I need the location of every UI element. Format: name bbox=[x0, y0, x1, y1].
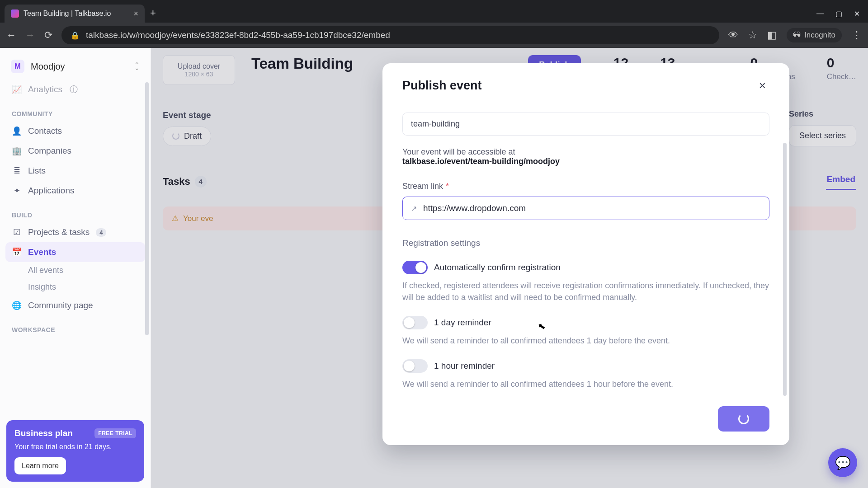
toggle-label: Automatically confirm registration bbox=[434, 263, 561, 272]
modal-scrollbar[interactable] bbox=[783, 143, 787, 396]
chevron-up-down-icon: ⌃⌄ bbox=[134, 63, 140, 70]
toggle-label: 1 day reminder bbox=[434, 318, 491, 328]
user-icon: 👤 bbox=[12, 126, 22, 136]
required-asterisk: * bbox=[446, 182, 449, 191]
globe-icon: 🌐 bbox=[12, 300, 22, 310]
maximize-icon[interactable]: ▢ bbox=[835, 9, 842, 18]
sidebar-item-community-page[interactable]: 🌐 Community page bbox=[5, 296, 145, 315]
forward-icon[interactable]: → bbox=[25, 29, 35, 41]
trial-badge: FREE TRIAL bbox=[94, 428, 136, 438]
projects-badge: 4 bbox=[96, 228, 106, 237]
toggle-label: 1 hour reminder bbox=[434, 361, 495, 371]
close-window-icon[interactable]: ✕ bbox=[854, 9, 860, 18]
loading-spinner-icon bbox=[738, 413, 749, 424]
sidebar-item-label: Projects & tasks bbox=[28, 227, 90, 237]
back-icon[interactable]: ← bbox=[6, 29, 16, 41]
sidebar-item-companies[interactable]: 🏢 Companies bbox=[5, 141, 145, 161]
toggle-description: If checked, registered attendees will re… bbox=[402, 280, 769, 303]
incognito-icon: 🕶 bbox=[793, 31, 801, 40]
trial-card: Business plan FREE TRIAL Your free trial… bbox=[6, 420, 144, 482]
eye-off-icon[interactable]: 👁︎ bbox=[728, 29, 738, 41]
access-pre: Your event will be accessible at bbox=[402, 147, 515, 156]
sidebar-item-events[interactable]: 📅 Events bbox=[5, 242, 145, 262]
window-controls: — ▢ ✕ bbox=[816, 9, 860, 23]
toggle-description: We will send a reminder to all confirmed… bbox=[402, 335, 769, 347]
workspace-switcher[interactable]: M Moodjoy ⌃⌄ bbox=[5, 56, 145, 77]
sidebar-item-contacts[interactable]: 👤 Contacts bbox=[5, 121, 145, 141]
chat-icon: 💬 bbox=[835, 455, 851, 470]
stream-link-input[interactable]: ↗ bbox=[402, 197, 769, 220]
stream-link-label: Stream link * bbox=[402, 182, 769, 191]
list-icon: ≣ bbox=[12, 166, 22, 176]
building-icon: 🏢 bbox=[12, 146, 22, 156]
sidebar-subitem-insights[interactable]: Insights bbox=[5, 279, 145, 296]
access-text: Your event will be accessible at talkbas… bbox=[402, 147, 769, 166]
sparkle-icon: ✦ bbox=[12, 186, 22, 196]
browser-tab[interactable]: Team Building | Talkbase.io × bbox=[5, 5, 145, 23]
sidebar-item-projects[interactable]: ☑ Projects & tasks 4 bbox=[5, 222, 145, 242]
slug-value: team-building bbox=[411, 119, 460, 128]
sidebar-item-label: Community page bbox=[28, 300, 93, 310]
learn-more-button[interactable]: Learn more bbox=[14, 457, 66, 474]
incognito-label: Incognito bbox=[804, 31, 835, 40]
trial-title: Business plan bbox=[14, 428, 73, 438]
browser-tabstrip: Team Building | Talkbase.io × + — ▢ ✕ bbox=[0, 0, 868, 23]
toggle-1day-reminder[interactable] bbox=[402, 316, 428, 329]
sidebar: M Moodjoy ⌃⌄ 📈 Analytics ⓘ COMMUNITY 👤 C… bbox=[0, 48, 151, 488]
publish-event-modal: Publish event × team-building Your event… bbox=[382, 63, 789, 445]
star-icon[interactable]: ☆ bbox=[748, 29, 757, 41]
sidebar-item-label: Events bbox=[28, 247, 56, 257]
toggle-1hour-reminder[interactable] bbox=[402, 359, 428, 373]
sidebar-item-label: Applications bbox=[28, 186, 74, 196]
chart-icon: 📈 bbox=[12, 84, 22, 94]
sidebar-item-lists[interactable]: ≣ Lists bbox=[5, 161, 145, 181]
external-link-icon: ↗ bbox=[411, 204, 417, 213]
sidebar-item-label: Companies bbox=[28, 146, 71, 156]
toggle-description: We will send a reminder to all confirmed… bbox=[402, 378, 769, 390]
chat-fab-button[interactable]: 💬 bbox=[828, 448, 857, 477]
workspace-initial: M bbox=[11, 60, 24, 73]
toggle-auto-confirm[interactable] bbox=[402, 261, 428, 274]
section-title-community: COMMUNITY bbox=[5, 107, 145, 121]
close-icon[interactable]: × bbox=[755, 77, 769, 94]
sidebar-item-label: Analytics bbox=[28, 84, 62, 94]
info-icon: ⓘ bbox=[69, 84, 79, 94]
url-text: talkbase.io/w/moodjoy/events/e33823ef-8b… bbox=[86, 30, 390, 40]
access-url: talkbase.io/event/team-building/moodjoy bbox=[402, 157, 560, 166]
check-square-icon: ☑ bbox=[12, 227, 22, 237]
sidebar-subitem-all-events[interactable]: All events bbox=[5, 262, 145, 279]
sidebar-item-analytics[interactable]: 📈 Analytics ⓘ bbox=[5, 80, 145, 99]
address-bar[interactable]: 🔒 talkbase.io/w/moodjoy/events/e33823ef-… bbox=[61, 26, 719, 44]
section-title-build: BUILD bbox=[5, 208, 145, 222]
main-content: Upload cover 1200 × 63 Team Building Pub… bbox=[151, 48, 868, 488]
browser-toolbar: ← → ⟳ 🔒 talkbase.io/w/moodjoy/events/e33… bbox=[0, 23, 868, 48]
new-tab-button[interactable]: + bbox=[150, 7, 156, 19]
kebab-menu-icon[interactable]: ⋮ bbox=[852, 29, 862, 41]
trial-subtitle: Your free trial ends in 21 days. bbox=[14, 443, 136, 451]
minimize-icon[interactable]: — bbox=[816, 9, 824, 18]
workspace-name: Moodjoy bbox=[31, 61, 128, 72]
sidebar-item-label: Contacts bbox=[28, 126, 62, 136]
modal-title: Publish event bbox=[402, 79, 482, 93]
reload-icon[interactable]: ⟳ bbox=[44, 29, 52, 41]
stream-link-field[interactable] bbox=[423, 203, 761, 213]
panel-icon[interactable]: ◧ bbox=[767, 29, 777, 41]
close-tab-icon[interactable]: × bbox=[133, 9, 138, 19]
sidebar-item-applications[interactable]: ✦ Applications bbox=[5, 181, 145, 201]
favicon-icon bbox=[11, 9, 19, 18]
calendar-icon: 📅 bbox=[12, 247, 22, 257]
sidebar-scrollbar[interactable] bbox=[145, 82, 149, 335]
section-title-workspace: WORKSPACE bbox=[5, 323, 145, 337]
submit-button[interactable] bbox=[718, 406, 769, 432]
lock-icon: 🔒 bbox=[71, 31, 80, 40]
sidebar-item-label: Lists bbox=[28, 166, 46, 176]
registration-settings-title: Registration settings bbox=[402, 238, 769, 248]
incognito-badge[interactable]: 🕶 Incognito bbox=[787, 28, 842, 42]
slug-input[interactable]: team-building bbox=[402, 113, 769, 136]
tab-title: Team Building | Talkbase.io bbox=[24, 9, 129, 18]
